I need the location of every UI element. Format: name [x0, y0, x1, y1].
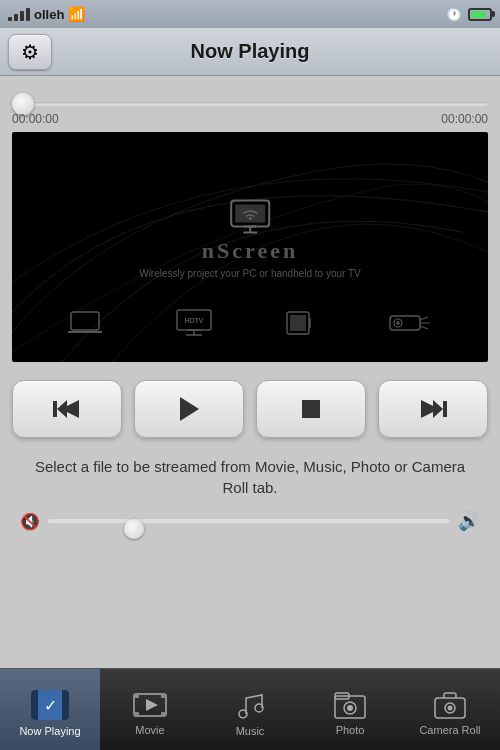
prev-button[interactable]	[12, 380, 122, 438]
monitor-svg	[227, 198, 273, 234]
tab-movie-label: Movie	[135, 724, 164, 736]
tab-bar: ✓ Now Playing Movie Music Phot	[0, 668, 500, 750]
svg-line-19	[420, 317, 428, 320]
svg-rect-26	[302, 400, 320, 418]
volume-slider[interactable]	[48, 519, 450, 523]
play-button[interactable]	[134, 380, 244, 438]
video-area: nScreen Wirelessly project your PC or ha…	[12, 132, 488, 362]
tab-photo-label: Photo	[336, 724, 365, 736]
battery	[468, 8, 492, 21]
svg-marker-24	[57, 400, 67, 418]
bar2	[14, 14, 18, 21]
svg-marker-29	[433, 400, 443, 418]
time-labels: 00:00:00 00:00:00	[12, 112, 488, 126]
status-bar: olleh 📶 🕐	[0, 0, 500, 28]
music-tab-icon	[234, 690, 266, 722]
photo-tab-icon	[334, 691, 366, 721]
svg-rect-6	[71, 312, 99, 330]
svg-rect-32	[134, 694, 139, 698]
laptop-device	[68, 310, 102, 340]
carrier-name: olleh	[34, 7, 64, 22]
now-playing-tab-icon-container: ✓	[31, 690, 69, 722]
laptop-svg	[68, 310, 102, 336]
nav-title: Now Playing	[191, 40, 310, 63]
svg-text:HDTV: HDTV	[184, 317, 203, 324]
nav-bar: ⚙ Now Playing	[0, 28, 500, 76]
svg-rect-33	[161, 694, 166, 698]
svg-point-5	[248, 217, 251, 220]
prev-icon	[53, 398, 81, 420]
battery-fill	[471, 11, 486, 18]
nscreen-subtitle: Wirelessly project your PC or handheld t…	[139, 268, 361, 279]
status-right: 🕐	[446, 7, 492, 22]
svg-rect-27	[443, 401, 447, 417]
bar3	[20, 11, 24, 21]
svg-rect-14	[290, 315, 306, 331]
play-icon	[178, 396, 200, 422]
svg-rect-34	[134, 712, 139, 716]
tab-photo[interactable]: Photo	[300, 669, 400, 750]
projector-svg	[388, 310, 432, 336]
settings-button[interactable]: ⚙	[8, 34, 52, 70]
hdtv-svg: HDTV	[175, 308, 213, 338]
tablet-device	[285, 310, 315, 340]
device-icons-row: HDTV	[12, 308, 488, 342]
seek-bar-container: 00:00:00 00:00:00	[12, 88, 488, 128]
svg-point-44	[448, 706, 453, 711]
tab-movie[interactable]: Movie	[100, 669, 200, 750]
gear-icon: ⚙	[21, 40, 39, 64]
next-icon	[419, 398, 447, 420]
svg-marker-25	[180, 397, 199, 421]
wifi-icon: 📶	[68, 6, 85, 22]
clock-icon: 🕐	[446, 7, 462, 22]
tab-now-playing-label: Now Playing	[19, 725, 80, 737]
movie-tab-icon	[133, 691, 167, 721]
seek-bar[interactable]	[12, 102, 488, 106]
svg-point-18	[396, 321, 400, 325]
tab-music-label: Music	[236, 725, 265, 737]
svg-point-41	[347, 705, 353, 711]
projector-device	[388, 310, 432, 340]
stop-icon	[300, 398, 322, 420]
time-end: 00:00:00	[441, 112, 488, 126]
nscreen-logo: nScreen Wirelessly project your PC or ha…	[139, 198, 361, 279]
tab-music[interactable]: Music	[200, 669, 300, 750]
transport-controls	[12, 366, 488, 448]
nscreen-text: nScreen	[202, 238, 298, 264]
tablet-svg	[285, 310, 315, 336]
tab-camera-roll-label: Camera Roll	[419, 724, 480, 736]
next-button[interactable]	[378, 380, 488, 438]
svg-rect-35	[161, 712, 166, 716]
tab-camera-roll[interactable]: Camera Roll	[400, 669, 500, 750]
checkmark-icon: ✓	[44, 696, 57, 715]
svg-marker-31	[146, 699, 158, 711]
status-left: olleh 📶	[8, 6, 85, 22]
stop-button[interactable]	[256, 380, 366, 438]
bar1	[8, 17, 12, 21]
tv-broadcast-icon	[227, 198, 273, 234]
signal-bars	[8, 7, 30, 21]
volume-low-icon: 🔇	[20, 512, 40, 531]
status-text: Select a file to be streamed from Movie,…	[12, 448, 488, 510]
hdtv-device: HDTV	[175, 308, 213, 342]
tab-now-playing[interactable]: ✓ Now Playing	[0, 669, 100, 750]
volume-high-icon: 🔊	[458, 510, 480, 532]
volume-control: 🔇 🔊	[12, 510, 488, 540]
time-start: 00:00:00	[12, 112, 59, 126]
svg-rect-22	[53, 401, 57, 417]
main-content: 00:00:00 00:00:00	[0, 76, 500, 540]
camera-roll-tab-icon	[434, 691, 466, 721]
filmstrip-bg: ✓	[31, 690, 69, 720]
bar4	[26, 8, 30, 21]
svg-line-20	[420, 326, 428, 329]
